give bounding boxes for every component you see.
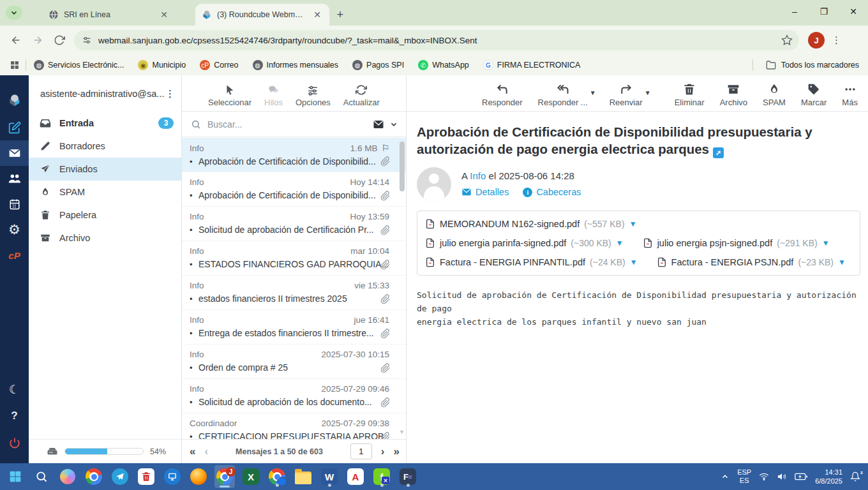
rail-contacts-button[interactable] xyxy=(0,166,29,191)
message-row[interactable]: Infomar 10:04 •ESTADOS FINANCIEROS GAD P… xyxy=(182,241,406,276)
folder-borradores[interactable]: Borradores xyxy=(29,135,181,158)
word-button[interactable]: W xyxy=(319,465,340,488)
reply-button[interactable]: Responder xyxy=(482,83,523,107)
browser-tab-roundcube[interactable]: (3) Roundcube Webmail :: Envia ✕ xyxy=(195,4,329,26)
first-page-button[interactable]: « xyxy=(190,445,195,458)
folder-archivo[interactable]: Archivo xyxy=(29,226,181,249)
forward-button[interactable] xyxy=(27,29,49,51)
attachment-item[interactable]: julio energia parinfa-signed.pdf (~300 K… xyxy=(425,235,624,251)
prev-page-button[interactable]: ‹ xyxy=(204,445,208,458)
search-scope-mail-icon[interactable] xyxy=(373,119,384,130)
details-link[interactable]: Detalles xyxy=(475,187,509,197)
message-row[interactable]: Info2025-07-29 09:46 •Solicitud de aprob… xyxy=(182,379,406,413)
recipient-link[interactable]: Info xyxy=(470,170,486,181)
reload-button[interactable] xyxy=(49,29,70,51)
attachment-menu-icon[interactable]: ▼ xyxy=(629,219,637,228)
tab-search-button[interactable] xyxy=(6,6,22,20)
bookmark-star-icon[interactable] xyxy=(781,34,793,46)
folder-entrada[interactable]: Entrada 3 xyxy=(29,112,181,135)
bookmark-correo[interactable]: cP Correo xyxy=(200,60,238,70)
threads-button[interactable]: Hilos xyxy=(264,84,283,107)
bookmark-informes[interactable]: ◍ Informes mensuales xyxy=(253,60,339,70)
more-button[interactable]: Más xyxy=(842,83,858,107)
attachment-item[interactable]: MEMORANDUM N162-signed.pdf (~557 KB) ▼ xyxy=(425,216,637,232)
reply-all-button[interactable]: Responder ... ▼ xyxy=(538,83,588,107)
attachment-menu-icon[interactable]: ▼ xyxy=(630,258,638,267)
delete-button[interactable]: Eliminar xyxy=(675,83,705,107)
minimize-button[interactable]: – xyxy=(780,0,809,23)
attachment-menu-icon[interactable]: ▼ xyxy=(616,239,624,248)
message-row[interactable]: InfoHoy 14:14 •Aprobación de Certificaci… xyxy=(182,172,406,207)
folder-spam[interactable]: SPAM xyxy=(29,181,181,204)
select-button[interactable]: Seleccionar xyxy=(208,84,251,107)
scroll-down-icon[interactable]: ▼ xyxy=(399,429,405,435)
attachment-item[interactable]: Factura - ENERGIA PSJN.pdf (~23 KB) ▼ xyxy=(657,255,846,270)
wifi-icon[interactable] xyxy=(759,471,769,482)
attachment-item[interactable]: Factura - ENERGIA PINFANTIL.pdf (~24 KB)… xyxy=(425,255,638,270)
logout-button[interactable] xyxy=(0,430,29,456)
account-menu-icon[interactable]: ⋮ xyxy=(165,88,175,100)
battery-icon[interactable] xyxy=(795,471,807,482)
maximize-button[interactable]: ❐ xyxy=(809,0,839,23)
message-row[interactable]: Info1.6 MB⚐ •Aprobación de Certificación… xyxy=(182,138,406,172)
google-app-button[interactable] xyxy=(267,465,287,488)
message-row[interactable]: Coordinador2025-07-29 09:38 •CERTIFICACI… xyxy=(182,413,406,439)
site-settings-icon[interactable] xyxy=(82,35,92,45)
search-input[interactable] xyxy=(206,119,368,130)
rail-mail-button[interactable] xyxy=(0,140,29,166)
bookmark-firma[interactable]: G FIRMA ELECTRONICA xyxy=(483,60,581,70)
remote-desktop-button[interactable] xyxy=(162,465,183,488)
folder-papelera[interactable]: Papelera xyxy=(29,204,181,226)
chevron-down-icon[interactable]: ▼ xyxy=(645,89,651,96)
apps-grid-icon[interactable] xyxy=(6,54,23,76)
fenix-app-button[interactable]: f✕ xyxy=(371,465,392,488)
bookmark-municipio[interactable]: ◉ Municipio xyxy=(138,60,186,70)
rail-settings-button[interactable]: ⚙ xyxy=(0,217,29,242)
firefox-button[interactable] xyxy=(188,465,209,488)
recycle-app-button[interactable] xyxy=(136,465,156,488)
flag-icon[interactable]: ⚐ xyxy=(381,143,389,153)
message-row[interactable]: InfoHoy 13:59 •Solicitud de aprobación d… xyxy=(182,207,406,241)
all-bookmarks-button[interactable]: Todos los marcadores xyxy=(750,59,859,71)
tab-close-icon[interactable]: ✕ xyxy=(158,9,170,20)
address-bar[interactable]: webmail.sanjuan.gob.ec/cpsess1525424746/… xyxy=(74,30,799,50)
notifications-button[interactable]: z xyxy=(850,471,860,482)
language-indicator[interactable]: ESP ES xyxy=(737,468,751,485)
options-button[interactable]: Opciones xyxy=(296,84,331,107)
browser-menu-button[interactable]: ⋮ xyxy=(828,32,845,48)
archive-button[interactable]: Archivo xyxy=(720,83,747,107)
attachment-menu-icon[interactable]: ▼ xyxy=(822,239,830,248)
browser-tab-sri[interactable]: SRI en Línea ✕ xyxy=(42,4,176,26)
last-page-button[interactable]: » xyxy=(394,445,400,458)
telegram-button[interactable] xyxy=(110,465,130,488)
excel-button[interactable]: X xyxy=(241,465,261,488)
forward-button[interactable]: Reenviar ▼ xyxy=(610,83,643,107)
copilot-button[interactable] xyxy=(57,465,78,488)
headers-link[interactable]: Cabeceras xyxy=(536,187,581,197)
attachment-menu-icon[interactable]: ▼ xyxy=(838,258,846,267)
help-button[interactable]: ? xyxy=(0,403,29,429)
open-in-new-window-icon[interactable]: ➚ xyxy=(713,147,724,158)
new-tab-button[interactable]: + xyxy=(332,6,348,23)
start-button[interactable] xyxy=(5,465,26,488)
bookmark-servicios[interactable]: ◍ Servicios Electrónic... xyxy=(34,60,124,70)
fe-app-button[interactable]: F≡ xyxy=(398,465,418,488)
chrome-button[interactable] xyxy=(84,465,104,488)
message-row[interactable]: Infojue 16:41 •Entrega de estados financ… xyxy=(182,310,406,345)
mark-button[interactable]: Marcar xyxy=(801,83,827,107)
profile-avatar[interactable]: J xyxy=(808,32,825,48)
page-number-input[interactable] xyxy=(350,443,372,459)
chevron-down-icon[interactable]: ▼ xyxy=(590,89,596,96)
back-button[interactable] xyxy=(5,29,27,51)
bookmark-whatsapp[interactable]: ✆ WhatsApp xyxy=(418,60,469,70)
spam-button[interactable]: SPAM xyxy=(763,83,786,107)
chrome-active-button[interactable]: J xyxy=(214,465,235,488)
folder-enviados[interactable]: Enviados xyxy=(29,158,181,181)
next-page-button[interactable]: › xyxy=(381,445,385,458)
close-button[interactable]: ✕ xyxy=(839,0,868,23)
dark-mode-button[interactable]: ☾ xyxy=(0,376,29,402)
acrobat-button[interactable]: A xyxy=(345,465,366,488)
tray-chevron-up-icon[interactable] xyxy=(721,472,730,481)
list-scrollbar-thumb[interactable] xyxy=(400,142,405,191)
rail-cpanel-button[interactable]: cP xyxy=(0,242,29,268)
